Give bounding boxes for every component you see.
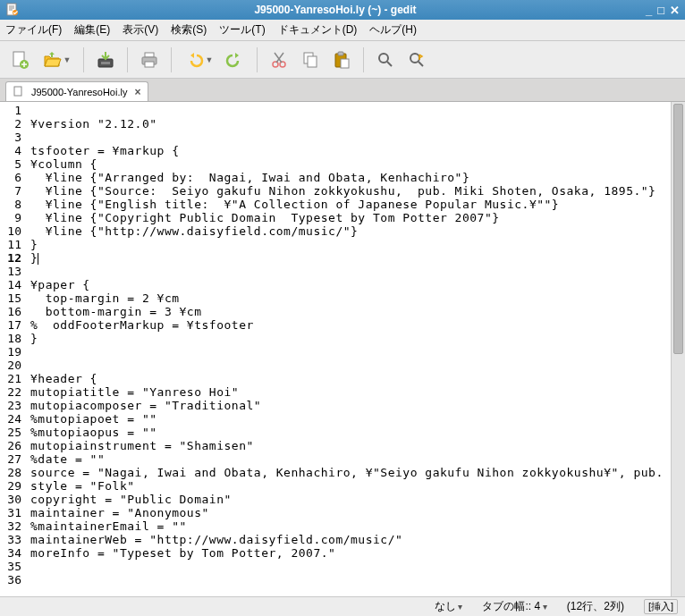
minimize-button[interactable]: _ [646, 4, 652, 17]
undo-dropdown-icon: ▼ [206, 55, 214, 64]
open-dropdown-icon: ▼ [63, 55, 72, 64]
menu-documents[interactable]: ドキュメント(D) [278, 22, 358, 38]
search-button[interactable] [371, 46, 400, 74]
menu-file[interactable]: ファイル(F) [5, 22, 62, 38]
close-button[interactable]: ✕ [670, 4, 680, 17]
svg-point-17 [410, 54, 419, 63]
window-controls: _ □ ✕ [646, 4, 680, 17]
svg-point-16 [379, 54, 388, 63]
new-file-button[interactable] [5, 46, 34, 74]
titlebar: J95000-YanresoHoi.ly (~) - gedit _ □ ✕ [0, 0, 685, 20]
toolbar: ▼ ▼ [0, 41, 685, 79]
insert-mode[interactable]: [挿入] [644, 599, 678, 614]
menubar: ファイル(F) 編集(E) 表示(V) 検索(S) ツール(T) ドキュメント(… [0, 20, 685, 41]
open-button[interactable]: ▼ [37, 46, 76, 74]
separator [127, 47, 128, 72]
editor: 1234567891011121314151617181920212223242… [0, 102, 685, 596]
svg-rect-8 [145, 62, 154, 67]
paste-button[interactable] [327, 46, 356, 74]
menu-tools[interactable]: ツール(T) [219, 22, 265, 38]
tabbar: J95000-YanresoHoi.ly × [0, 79, 685, 102]
separator [83, 47, 84, 72]
syntax-selector[interactable]: なし [435, 599, 463, 614]
svg-rect-15 [341, 59, 349, 68]
redo-button[interactable] [221, 46, 249, 74]
save-button[interactable] [91, 46, 120, 74]
undo-button[interactable]: ▼ [179, 46, 218, 74]
menu-help[interactable]: ヘルプ(H) [369, 22, 417, 38]
svg-point-9 [273, 62, 278, 67]
line-number-gutter: 1234567891011121314151617181920212223242… [0, 102, 27, 596]
tabwidth-selector[interactable]: タブの幅:: 4 [482, 599, 546, 614]
code-area[interactable]: ¥version "2.12.0"tsfooter = ¥markup {¥co… [27, 102, 671, 596]
window-title: J95000-YanresoHoi.ly (~) - gedit [25, 4, 646, 16]
replace-button[interactable] [402, 46, 431, 74]
statusbar: なし タブの幅:: 4 (12行、2列) [挿入] [0, 596, 685, 616]
tab-label: J95000-YanresoHoi.ly [31, 87, 127, 97]
separator [257, 47, 258, 72]
menu-search[interactable]: 検索(S) [171, 22, 207, 38]
cut-button[interactable] [265, 46, 293, 74]
maximize-button[interactable]: □ [657, 4, 664, 17]
svg-point-10 [280, 62, 285, 67]
svg-rect-12 [308, 56, 317, 67]
svg-rect-14 [338, 52, 343, 55]
copy-button[interactable] [296, 46, 325, 74]
separator [363, 47, 364, 72]
app-icon [5, 3, 20, 17]
separator [171, 47, 172, 72]
svg-rect-5 [101, 62, 110, 64]
svg-point-1 [13, 10, 18, 15]
scrollbar-thumb[interactable] [673, 104, 683, 354]
menu-edit[interactable]: 編集(E) [74, 22, 110, 38]
document-tab[interactable]: J95000-YanresoHoi.ly × [5, 81, 148, 101]
svg-rect-18 [14, 87, 21, 96]
svg-rect-6 [145, 53, 154, 57]
tab-icon [13, 86, 24, 98]
print-button[interactable] [135, 46, 164, 74]
menu-view[interactable]: 表示(V) [123, 22, 158, 38]
vertical-scrollbar[interactable] [671, 102, 685, 596]
cursor-position: (12行、2列) [567, 599, 624, 614]
tab-close-button[interactable]: × [134, 86, 140, 98]
